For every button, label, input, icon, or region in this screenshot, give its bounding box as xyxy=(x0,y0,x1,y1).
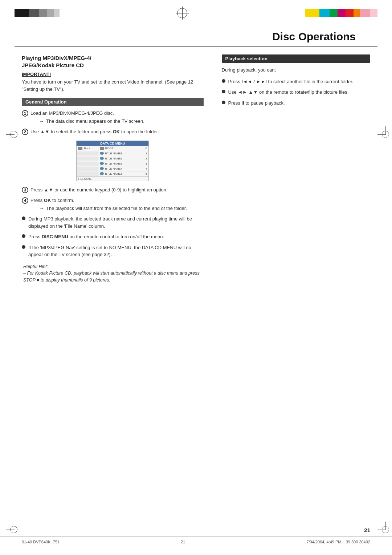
important-text: You have to turn on your TV and set to t… xyxy=(22,78,204,93)
page-footer: 01-40 DVP640K_751 21 7/04/2004, 4:49 PM … xyxy=(0,536,392,544)
cd-menu-header-row: Root ROOT 0 xyxy=(77,146,148,151)
page-title: Disc Operations xyxy=(36,31,356,43)
bar-verylightgray xyxy=(54,9,60,17)
bar-pink xyxy=(360,9,370,17)
page-number: 21 xyxy=(364,527,370,533)
step-1-number: 1 xyxy=(22,110,28,117)
bar-black xyxy=(15,9,29,17)
step-2-number: 2 xyxy=(22,129,28,135)
top-bar-area xyxy=(0,0,392,20)
cd-menu-col2-header: ROOT 0 xyxy=(98,146,148,151)
right-color-bar xyxy=(305,9,377,17)
cd-menu-item-row: TITLE NAME5 5 xyxy=(77,171,148,177)
left-column: Playing MP3/DivX/MPEG-4/ JPEG/Kodak Pict… xyxy=(22,54,204,284)
pause-sym: II xyxy=(241,100,244,106)
step-3-number: 3 xyxy=(22,187,28,193)
bar-darkgray xyxy=(29,9,39,17)
cd-menu-item-row: TITLE NAME1 1 xyxy=(77,151,148,156)
bullet-dot xyxy=(222,101,225,104)
step-2: 2 Use ▲▼ to select the folder and press … xyxy=(22,128,204,135)
step-1-arrow: → The data disc menu appears on the TV s… xyxy=(30,118,144,125)
bullet-dot xyxy=(22,234,25,238)
step-1-content: Load an MP3/DivX/MPEG-4/JPEG disc. → The… xyxy=(30,110,144,125)
helpful-hint-label: Helpful Hint: xyxy=(23,264,48,269)
important-label: IMPORTANT! xyxy=(22,72,204,77)
playback-selection-header: Playback selection xyxy=(222,54,371,63)
page-title-area: Disc Operations xyxy=(15,20,377,47)
bullet-nav-text: If the 'MP3/JPEG Nav' setting is set to … xyxy=(28,244,204,258)
step-1: 1 Load an MP3/DivX/MPEG-4/JPEG disc. → T… xyxy=(22,110,204,125)
center-crosshair xyxy=(176,7,189,20)
cd-icon xyxy=(78,147,82,150)
bullet-rotate-text: Use ◄► ▲▼ on the remote to rotate/flip t… xyxy=(228,89,349,96)
cd-menu-title: DATA CD MENU xyxy=(77,141,148,146)
right-column: Playback selection During playback, you … xyxy=(215,54,371,284)
bar-lightgray xyxy=(47,9,54,17)
main-content: Playing MP3/DivX/MPEG-4/ JPEG/Kodak Pict… xyxy=(0,47,392,291)
bullet-disc-menu-text: Press DISC MENU on the remote control to… xyxy=(28,233,164,240)
bullet-dot xyxy=(22,216,25,220)
bullet-mp3-playback: During MP3 playback, the selected track … xyxy=(22,215,204,230)
bullet-dot xyxy=(222,79,225,83)
bullet-dot xyxy=(222,90,225,93)
playback-intro: During playback, you can; xyxy=(222,66,371,74)
cd-disc-icon xyxy=(100,167,104,170)
bullet-skip: Press I◄◄ / ►►I to select another file i… xyxy=(222,78,371,85)
prev-skip-sym: I◄◄ xyxy=(241,79,252,84)
crosshair-ring xyxy=(10,131,17,138)
next-skip-sym: ►►I xyxy=(256,79,267,84)
step-3: 3 Press ▲▼ or use the numeric keypad (0-… xyxy=(22,186,204,194)
step-2-content: Use ▲▼ to select the folder and press OK… xyxy=(30,128,159,135)
disc-menu-label: DISC MENU xyxy=(42,234,68,239)
bar-cyan xyxy=(319,9,330,17)
left-color-bar xyxy=(15,9,60,17)
footer-left: 01-40 DVP640K_751 xyxy=(22,540,60,544)
cd-menu-item-row: TITLE NAME2 2 xyxy=(77,156,148,161)
step-4-content: Press OK to confirm. → The playback will… xyxy=(30,197,187,212)
bullet-pause-text: Press II to pause playback. xyxy=(228,100,285,107)
step-4: 4 Press OK to confirm. → The playback wi… xyxy=(22,197,204,212)
bar-orange xyxy=(354,9,360,17)
bullet-disc-menu: Press DISC MENU on the remote control to… xyxy=(22,233,204,240)
cd-menu-col1-header: Root xyxy=(77,146,98,151)
bullet-pause: Press II to pause playback. xyxy=(222,100,371,107)
cd-menu-footer: FILE NAME: xyxy=(77,177,148,181)
crosshair-circle xyxy=(177,8,187,18)
bullet-dot xyxy=(22,245,25,249)
cd-disc-icon xyxy=(100,172,104,175)
cd-menu-container: DATA CD MENU Root ROOT 0 xyxy=(22,141,204,181)
bullet-mp3-text: During MP3 playback, the selected track … xyxy=(28,215,204,230)
helpful-hint: Helpful Hint: – For Kodak Picture CD, pl… xyxy=(22,263,204,284)
bar-magenta xyxy=(338,9,346,17)
step-3-content: Press ▲▼ or use the numeric keypad (0-9)… xyxy=(30,186,168,194)
crosshair-ring xyxy=(382,131,389,138)
bullet-nav-setting: If the 'MP3/JPEG Nav' setting is set to … xyxy=(22,244,204,258)
footer-center-page: 21 xyxy=(181,540,185,544)
bar-red xyxy=(346,9,354,17)
bar-green xyxy=(330,9,338,17)
cd-menu-box: DATA CD MENU Root ROOT 0 xyxy=(76,141,149,181)
step-4-arrow: → The playback will start from the selec… xyxy=(30,205,187,212)
cd-disc-icon xyxy=(100,157,104,160)
step-4-number: 4 xyxy=(22,197,28,204)
nav-lr-sym: ◄► xyxy=(238,89,247,95)
cd-menu-item-row: TITLE NAME3 3 xyxy=(77,161,148,166)
cd-menu-item-row: TITLE NAME4 4 xyxy=(77,166,148,171)
cd-disc-icon xyxy=(100,162,104,165)
helpful-hint-text: – For Kodak Picture CD, playback will st… xyxy=(23,271,200,283)
bar-gray xyxy=(39,9,47,17)
general-operation-header: General Operation xyxy=(22,98,204,106)
bar-yellow xyxy=(305,9,319,17)
bar-lightpink xyxy=(370,9,377,17)
footer-right: 7/04/2004, 4:49 PM 39 300 30402 xyxy=(306,540,370,544)
playing-title: Playing MP3/DivX/MPEG-4/ JPEG/Kodak Pict… xyxy=(22,54,204,69)
bullet-skip-text: Press I◄◄ / ►►I to select another file i… xyxy=(228,78,354,85)
cd-folder-icon xyxy=(100,147,104,150)
nav-ud-sym: ▲▼ xyxy=(249,89,258,95)
cd-disc-icon xyxy=(100,152,104,155)
bullet-rotate: Use ◄► ▲▼ on the remote to rotate/flip t… xyxy=(222,89,371,96)
